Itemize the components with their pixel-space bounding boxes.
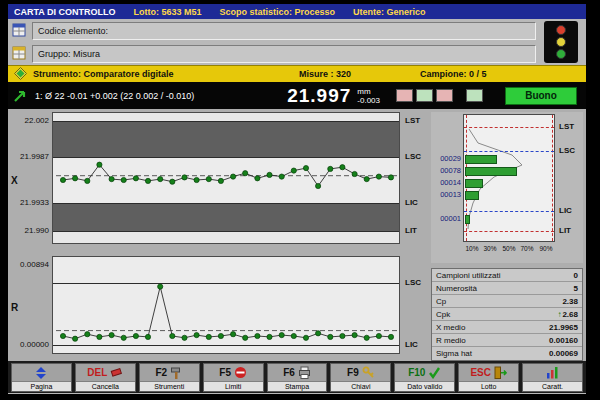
toolbar-key-label-3: F5 [219, 367, 231, 378]
xchart-limit-0: LST [405, 116, 420, 125]
histogram-bar-4 [465, 215, 470, 224]
histogram-count-4: 00001 [440, 214, 461, 223]
toolbar-button-dato-valido[interactable]: F10Dato valido [394, 363, 455, 392]
main-area: X 22.00221.998721.993321.990 LSTLSCLICLI… [8, 109, 586, 361]
misure-label: Misure : 320 [299, 69, 414, 79]
gauge-icon [14, 67, 27, 82]
toolbar-button-chiavi[interactable]: F9Chiavi [330, 363, 391, 392]
histogram-bar-3 [465, 191, 479, 200]
gruppo-field[interactable]: Gruppo: Misura [32, 45, 536, 63]
toolbar-button-name-3: Limiti [204, 381, 263, 391]
app-title: CARTA DI CONTROLLO [14, 7, 116, 17]
toolbar-button-name-1: Cancella [76, 381, 135, 391]
toolbar-key-label-6: F10 [408, 367, 425, 378]
xchart-limit-2: LIC [405, 198, 418, 207]
no-entry-icon [234, 366, 247, 379]
codice-elemento-field[interactable]: Codice elemento: [32, 22, 536, 40]
title-bar: CARTA DI CONTROLLO Lotto: 5633 M51 Scopo… [8, 4, 586, 19]
histogram-count-0: 00029 [440, 154, 461, 163]
histogram-xtick-1: 30% [483, 245, 496, 252]
key-icon [362, 366, 375, 379]
xchart-axis-letter: X [11, 175, 18, 186]
screen: CARTA DI CONTROLLO Lotto: 5633 M51 Scopo… [8, 4, 586, 394]
tolerance-indicator-1 [416, 89, 433, 102]
codice-elemento-label: Codice elemento: [38, 26, 108, 36]
histogram-bar-0 [465, 155, 497, 164]
toolbar-button-name-0: Pagina [12, 381, 71, 391]
traffic-light-lamp-0 [556, 25, 566, 35]
stats-row-5: R medio0.00160 [432, 334, 582, 347]
histogram-bar-1 [465, 167, 517, 176]
histogram-limit-1: LSC [559, 146, 575, 155]
xchart-ylabel-2: 21.9933 [20, 198, 49, 207]
rchart-series [53, 257, 401, 353]
rchart-ylabel-0: 0.00894 [20, 260, 49, 269]
stats-value-4: 21.9965 [549, 323, 578, 332]
histogram-plot [463, 114, 555, 242]
xchart-series [53, 113, 401, 243]
histogram-class-counts: 0002900078000140001300001 [431, 114, 461, 242]
toolbar-button-top-7: ESC [459, 364, 518, 381]
rchart-ylabel-1: 0.00000 [20, 340, 49, 349]
stats-value-2: 2.38 [562, 297, 578, 306]
histogram-count-2: 00014 [440, 178, 461, 187]
xchart-limit-3: LIT [405, 226, 417, 235]
toolbar-button-top-6: F10 [395, 364, 454, 381]
xchart-ylabel-1: 21.9987 [20, 152, 49, 161]
traffic-light-lamp-2 [556, 49, 566, 59]
histogram-xtick-2: 50% [502, 245, 515, 252]
stats-row-1: Numerosità5 [432, 282, 582, 295]
arrow-ne-icon [13, 89, 27, 103]
toolbar-button-caratt-[interactable]: Caratt. [522, 363, 583, 392]
toolbar-button-limiti[interactable]: F5Limiti [203, 363, 264, 392]
toolbar: PaginaDELCancellaF2StrumentiF5LimitiF6St… [8, 361, 586, 393]
toolbar-button-lotto[interactable]: ESCLotto [458, 363, 519, 392]
toolbar-button-top-2: F2 [140, 364, 199, 381]
toolbar-key-label-2: F2 [155, 367, 167, 378]
stats-value-1: 5 [574, 284, 578, 293]
gruppo-row: Gruppo: Misura [8, 42, 586, 65]
exit-icon [494, 366, 507, 379]
campione-label: Campione: 0 / 5 [420, 69, 580, 79]
stats-value-6: 0.00069 [549, 349, 578, 358]
toolbar-button-top-5: F9 [331, 364, 390, 381]
histogram-curve [464, 115, 554, 241]
rchart-axis-letter: R [11, 302, 18, 313]
histogram-count-1: 00078 [440, 166, 461, 175]
toolbar-button-strumenti[interactable]: F2Strumenti [139, 363, 200, 392]
measure-deviation: -0.003 [357, 96, 380, 105]
trend-up-icon: ↑ [557, 310, 561, 319]
tolerance-indicator-0 [396, 89, 413, 102]
toolbar-button-stampa[interactable]: F6Stampa [267, 363, 328, 392]
stats-label-6: Sigma hat [436, 349, 472, 358]
xchart-ylabel-3: 21.990 [25, 226, 49, 235]
rchart-y-axis: 0.008940.00000 [20, 256, 51, 362]
toolbar-button-name-2: Strumenti [140, 381, 199, 391]
check-icon [428, 366, 441, 379]
stats-row-0: Campioni utilizzati0 [432, 269, 582, 282]
histogram-percent-axis: 10%30%50%70%90% [463, 245, 555, 255]
xbar-control-chart: X 22.00221.998721.993321.990 LSTLSCLICLI… [8, 109, 428, 253]
gruppo-label: Gruppo: Misura [38, 49, 100, 59]
strumento-bar: Strumento: Comparatore digitale Misure :… [8, 65, 586, 82]
codice-elemento-row: Codice elemento: [8, 19, 586, 42]
toolbar-button-pagina[interactable]: Pagina [11, 363, 72, 392]
stats-label-2: Cp [436, 297, 446, 306]
scopo-statistico-label: Scopo statistico: Processo [220, 7, 336, 17]
stats-row-4: X medio21.9965 [432, 321, 582, 334]
stats-table: Campioni utilizzati0Numerosità5Cp2.38Cpk… [431, 268, 583, 361]
stats-label-4: X medio [436, 323, 465, 332]
stats-row-6: Sigma hat0.00069 [432, 347, 582, 360]
stats-row-3: Cpk↑2.68 [432, 308, 582, 321]
xchart-limit-labels: LSTLSCLICLIT [403, 112, 428, 256]
histogram-limit-3: LIT [559, 226, 571, 235]
measure-unit: mm [357, 87, 380, 96]
stats-value-3: ↑2.68 [557, 310, 578, 319]
rchart-plot [52, 256, 400, 354]
status-buono-button[interactable]: Buono [505, 87, 577, 105]
xchart-plot [52, 112, 400, 244]
toolbar-button-top-0 [12, 364, 71, 381]
stats-label-0: Campioni utilizzati [436, 271, 500, 280]
stats-label-3: Cpk [436, 310, 450, 319]
toolbar-button-cancella[interactable]: DELCancella [75, 363, 136, 392]
